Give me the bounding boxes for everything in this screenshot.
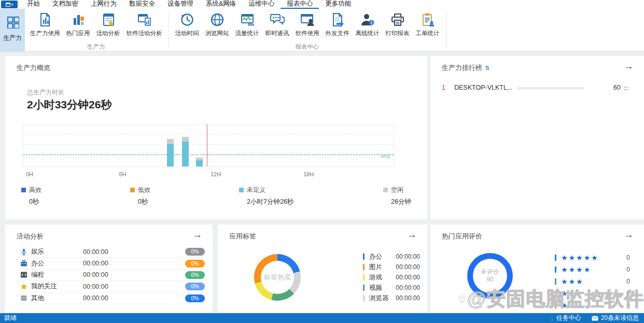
ribbon-button-label: 软件活动分析	[127, 30, 162, 37]
menu-tab-3[interactable]: 数据安全	[123, 0, 161, 9]
ribbon-primary-button[interactable]: 生产力	[0, 9, 25, 52]
activity-row[interactable]: 我的关注 00:00:00 0%	[17, 281, 205, 292]
rating-count: 0	[626, 290, 630, 297]
ribbon-button-label: 软件使用	[296, 30, 319, 37]
activity-percent-badge: 0%	[185, 260, 205, 268]
activity-label: 办公	[31, 259, 44, 268]
ribbon-button-label: 流量统计	[235, 30, 259, 37]
star-icon	[20, 283, 27, 290]
ribbon-group-1: 活动时间浏览网站流量统计即时通讯软件使用外发文件离线统计打印报表工单统计报表中心	[170, 9, 445, 51]
ribbon-button-window-user[interactable]: 软件使用	[292, 11, 323, 43]
chart-bar	[167, 139, 174, 166]
activity-percent-badge: 0%	[185, 294, 205, 302]
productivity-bar-chart	[23, 124, 394, 167]
panel-title: 生产力概览	[17, 63, 50, 73]
ribbon-button-doc-bars[interactable]: 生产力使用	[27, 11, 63, 43]
open-panel-arrow-icon[interactable]: →	[192, 229, 202, 241]
panel-app-tags: 应用标签 → 标签热度 办公00:00:00图片00:00:00游戏00:00:…	[218, 224, 427, 313]
activity-row[interactable]: 娱乐 00:00:00 0%	[17, 246, 205, 258]
unread-messages-button[interactable]: 20条未读信息	[592, 314, 639, 322]
rating-row: ★★★0	[555, 275, 630, 287]
rating-row: ★★★★0	[555, 263, 630, 275]
menu-tab-1[interactable]: 文档加密	[46, 0, 85, 9]
legend-tick	[555, 302, 556, 308]
activity-label: 娱乐	[31, 247, 44, 256]
list-icon	[20, 294, 27, 302]
ribbon-button-label: 外发文件	[326, 30, 349, 37]
ribbon-group-label: 生产力	[25, 43, 167, 51]
chart-bar	[182, 137, 189, 166]
bar-idle-segment	[167, 139, 174, 144]
tag-label: 图片	[369, 263, 382, 272]
ribbon-button-clock[interactable]: 活动时间	[172, 11, 202, 43]
activity-row[interactable]: 其他 00:00:00 0%	[17, 293, 205, 304]
window-bars-icon	[136, 12, 152, 27]
legend-value: 2小时7分钟26秒	[247, 198, 293, 206]
activity-time: 00:00:00	[83, 248, 108, 256]
ribbon-button-window-bars[interactable]: 软件活动分析	[123, 11, 165, 43]
tag-label: 视频	[369, 284, 382, 292]
menu-tab-8[interactable]: 更多功能	[319, 0, 357, 9]
avg-label: avg	[381, 152, 390, 159]
menu-tab-5[interactable]: 系统&网络	[200, 0, 242, 9]
open-panel-arrow-icon[interactable]: →	[407, 229, 417, 241]
mic-icon	[20, 248, 27, 256]
menu-tab-7[interactable]: 报表中心	[281, 0, 319, 9]
tag-time: 00:00:00	[396, 284, 420, 291]
ribbon-button-chat[interactable]: 即时通讯	[262, 11, 292, 43]
tag-legend-row: 图片00:00:00	[363, 262, 420, 272]
legend-tick	[555, 266, 556, 273]
ribbon-button-doc-star[interactable]: 活动分析	[93, 11, 123, 43]
activity-list: 娱乐 00:00:00 0% 办公 00:00:00 0% 编程 00:00:0…	[17, 246, 205, 304]
menu-tab-0[interactable]: 开始	[21, 0, 46, 9]
panel-title: 热门应用评价	[442, 232, 482, 241]
ribbon-button-window-pulse[interactable]: 流量统计	[232, 11, 262, 43]
ribbon-button-label: 浏览网站	[205, 30, 229, 37]
ribbon-button-doc-arrow[interactable]: 外发文件	[323, 11, 353, 43]
ribbon-button-user-info[interactable]: 离线统计	[353, 11, 383, 43]
open-panel-arrow-icon[interactable]: →	[624, 229, 634, 241]
rating-count: 0	[626, 254, 630, 261]
menu-tab-6[interactable]: 运维中心	[242, 0, 281, 9]
panel-title: 生产力排行榜⇅	[442, 63, 489, 73]
sort-icon[interactable]: ⇅	[485, 65, 489, 71]
download-arrow-icon: ↓	[550, 315, 554, 321]
ribbon-button-printer[interactable]: 打印报表	[383, 11, 413, 43]
panel-productivity-overview: 生产力概览 总生产力时长 2小时33分钟26秒 0H6H12H18H 高效0秒低…	[5, 56, 427, 219]
star-rating: ★★	[561, 289, 576, 298]
ribbon-button-bars[interactable]: 热门应用	[63, 11, 93, 43]
ribbon-button-clipboard-user[interactable]: 工单统计	[413, 11, 443, 43]
total-duration-value: 2小时33分钟26秒	[27, 97, 111, 112]
rating-center-value: 90	[481, 276, 499, 284]
user-info-icon	[360, 12, 375, 27]
ribbon-groups: 生产力使用热门应用活动分析软件活动分析生产力活动时间浏览网站流量统计即时通讯软件…	[25, 9, 447, 51]
panel-activity-analysis: 活动分析 → 娱乐 00:00:00 0% 办公 00:00:00 0% 编程 …	[5, 224, 213, 313]
ribbon-button-globe[interactable]: 浏览网站	[202, 11, 232, 43]
menu-tab-2[interactable]: 上网行为	[85, 0, 123, 9]
rank-number: 1	[442, 84, 445, 91]
ribbon-button-label: 即时通讯	[265, 30, 289, 37]
bars-icon	[71, 12, 86, 27]
panel-hot-app-rating: 热门应用评价 → 未评价 90 ★★★★★0★★★★0★★★0★★0★0	[430, 224, 644, 313]
productivity-grid-icon	[6, 15, 19, 31]
ribbon-button-label: 打印报表	[386, 30, 410, 37]
menubar: ▾ 开始文档加密上网行为数据安全设备管理系统&网络运维中心报表中心更多功能	[0, 0, 644, 9]
ribbon: 生产力 生产力使用热门应用活动分析软件活动分析生产力活动时间浏览网站流量统计即时…	[0, 9, 644, 52]
ranking-row[interactable]: 1 DESKTOP-VLKTL... 60	[442, 84, 633, 93]
tag-time: 00:00:00	[396, 263, 420, 271]
menu-tab-4[interactable]: 设备管理	[161, 0, 200, 9]
ribbon-button-label: 热门应用	[66, 30, 90, 37]
task-center-button[interactable]: ↓ 任务中心	[550, 314, 581, 322]
score-progress-bar	[517, 87, 584, 90]
activity-row[interactable]: 编程 00:00:00 0%	[17, 270, 205, 281]
x-tick-label: 18H	[303, 171, 314, 177]
legend-swatch	[130, 188, 135, 192]
chevron-down-icon: ▾	[11, 3, 13, 6]
app-menu-button[interactable]: ▾	[1, 1, 18, 8]
chat-icon	[270, 12, 285, 27]
legend-value: 0秒	[138, 198, 150, 206]
open-panel-arrow-icon[interactable]: →	[624, 61, 634, 72]
ribbon-group-label: 报表中心	[170, 43, 445, 51]
menu-tab-bar: 开始文档加密上网行为数据安全设备管理系统&网络运维中心报表中心更多功能	[21, 0, 357, 9]
activity-row[interactable]: 办公 00:00:00 0%	[17, 258, 205, 269]
